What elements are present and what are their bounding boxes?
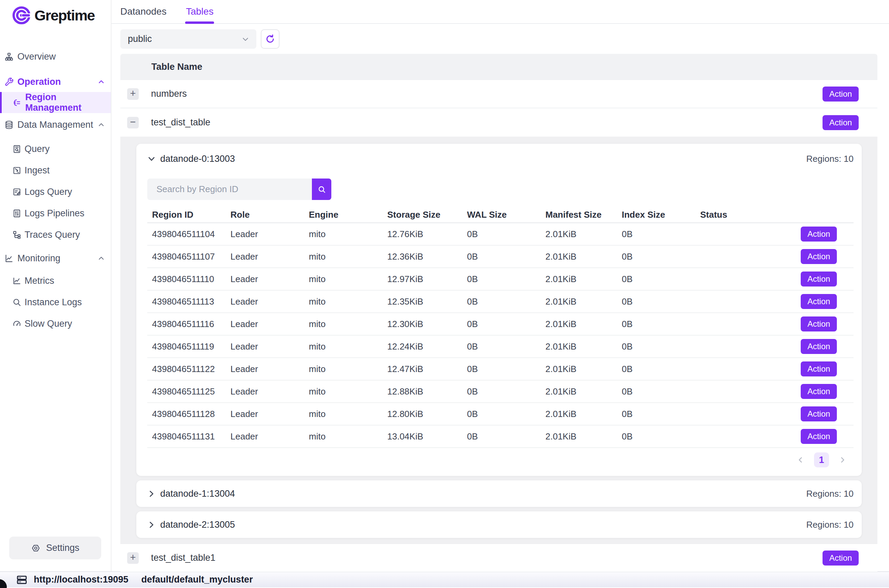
region-role: Leader [226, 409, 304, 419]
action-button[interactable]: Action [801, 272, 837, 286]
collapse-button[interactable]: − [127, 117, 139, 128]
expand-button[interactable]: + [127, 552, 139, 564]
settings-label: Settings [46, 543, 80, 553]
region-id: 4398046511116 [147, 319, 226, 329]
action-button[interactable]: Action [823, 550, 859, 566]
region-id: 4398046511128 [147, 409, 226, 419]
region-role: Leader [226, 274, 304, 285]
expand-button[interactable]: + [127, 88, 139, 100]
action-button[interactable]: Action [801, 429, 837, 444]
sidebar-item-logs-pipelines[interactable]: Logs Pipelines [0, 204, 111, 222]
column-table-name: Table Name [151, 62, 203, 72]
region-storage: 12.35KiB [383, 296, 462, 307]
action-button[interactable]: Action [801, 249, 837, 264]
chevron-up-icon [98, 255, 105, 262]
action-button[interactable]: Action [801, 316, 837, 332]
regions-count: Regions: 10 [806, 154, 853, 164]
datanode-0-header[interactable]: datanode-0:13003 Regions: 10 [147, 153, 853, 164]
search-button[interactable] [312, 178, 331, 200]
sidebar-item-operation[interactable]: Operation [0, 73, 111, 91]
region-table-header: Region ID Role Engine Storage Size WAL S… [147, 207, 853, 223]
region-row: 4398046511122 Leader mito 12.47KiB 0B 2.… [147, 358, 853, 381]
action-button[interactable]: Action [801, 294, 837, 309]
region-role: Leader [226, 251, 304, 262]
chevron-up-icon [98, 78, 105, 86]
region-engine: mito [304, 319, 383, 329]
sidebar-item-monitoring[interactable]: Monitoring [0, 249, 111, 267]
settings-button[interactable]: Settings [9, 537, 101, 560]
datanode-card-1[interactable]: datanode-1:13004 Regions: 10 [136, 480, 862, 507]
action-button[interactable]: Action [801, 384, 837, 399]
sidebar-item-slow-query[interactable]: Slow Query [0, 315, 111, 333]
column-region-id: Region ID [147, 210, 226, 220]
region-storage: 12.47KiB [383, 364, 462, 374]
action-button[interactable]: Action [801, 362, 837, 376]
table-name: test_dist_table1 [151, 553, 215, 563]
region-row: 4398046511116 Leader mito 12.30KiB 0B 2.… [147, 313, 853, 336]
region-engine: mito [304, 296, 383, 307]
region-manifest: 2.01KiB [541, 386, 617, 397]
region-manifest: 2.01KiB [541, 296, 617, 307]
region-row: 4398046511131 Leader mito 13.04KiB 0B 2.… [147, 426, 853, 448]
tab-datanodes[interactable]: Datanodes [120, 0, 166, 23]
region-engine: mito [304, 251, 383, 262]
column-manifest-size: Manifest Size [541, 210, 617, 220]
sidebar-item-overview[interactable]: Overview [0, 48, 111, 65]
regions-count: Regions: 10 [806, 519, 853, 530]
sidebar-item-logs-query[interactable]: Logs Query [0, 183, 111, 201]
status-cluster: default/default_mycluster [141, 574, 253, 585]
sidebar-item-query[interactable]: Query [0, 140, 111, 158]
page-prev-icon[interactable] [796, 456, 805, 464]
datanode-card-2[interactable]: datanode-2:13005 Regions: 10 [136, 512, 862, 538]
refresh-button[interactable] [261, 29, 279, 49]
action-button[interactable]: Action [801, 406, 837, 422]
region-engine: mito [304, 274, 383, 285]
region-wal: 0B [462, 296, 541, 307]
tables-table-header: Table Name [120, 54, 877, 80]
tables-table: Table Name + numbers Action − test_dist_… [120, 54, 877, 572]
overview-icon [5, 52, 14, 62]
region-wal: 0B [462, 364, 541, 374]
action-button[interactable]: Action [823, 115, 859, 130]
action-button[interactable]: Action [801, 226, 837, 242]
sidebar-item-metrics[interactable]: Metrics [0, 272, 111, 290]
sidebar-item-data-management[interactable]: Data Management [0, 116, 111, 134]
status-url: http://localhost:19095 [34, 574, 129, 585]
column-wal-size: WAL Size [462, 210, 541, 220]
action-button[interactable]: Action [823, 87, 859, 102]
region-row: 4398046511119 Leader mito 12.24KiB 0B 2.… [147, 336, 853, 358]
sidebar-item-region-management[interactable]: Region Management [0, 92, 111, 113]
sidebar-item-instance-logs[interactable]: Instance Logs [0, 293, 111, 311]
region-index: 0B [617, 341, 695, 352]
page-number[interactable]: 1 [814, 452, 829, 467]
region-table: Region ID Role Engine Storage Size WAL S… [147, 207, 853, 448]
region-storage: 12.97KiB [383, 274, 462, 285]
region-management-icon [12, 98, 21, 107]
pagination: 1 [147, 452, 853, 468]
tab-tables[interactable]: Tables [186, 0, 213, 23]
server-icon [16, 574, 28, 586]
chevron-up-icon [98, 121, 105, 128]
region-index: 0B [617, 431, 695, 442]
chevron-right-icon [147, 520, 156, 529]
region-role: Leader [226, 319, 304, 329]
region-storage: 13.04KiB [383, 431, 462, 442]
region-row: 4398046511128 Leader mito 12.80KiB 0B 2.… [147, 403, 853, 426]
sidebar-nav: Overview Operation [0, 25, 111, 340]
gear-icon [31, 543, 41, 553]
region-index: 0B [617, 229, 695, 240]
region-id: 4398046511125 [147, 386, 226, 397]
sidebar-item-traces-query[interactable]: Traces Query [0, 226, 111, 244]
page-next-icon[interactable] [838, 456, 847, 464]
schema-select-value: public [128, 34, 152, 44]
datanode-name: datanode-0:13003 [160, 154, 235, 164]
region-manifest: 2.01KiB [541, 274, 617, 285]
region-wal: 0B [462, 274, 541, 285]
region-storage: 12.88KiB [383, 386, 462, 397]
schema-select[interactable]: public [120, 29, 256, 49]
tab-label: Datanodes [120, 6, 166, 17]
region-search-input[interactable] [147, 178, 312, 200]
sidebar-item-ingest[interactable]: Ingest [0, 162, 111, 179]
region-wal: 0B [462, 341, 541, 352]
action-button[interactable]: Action [801, 339, 837, 354]
